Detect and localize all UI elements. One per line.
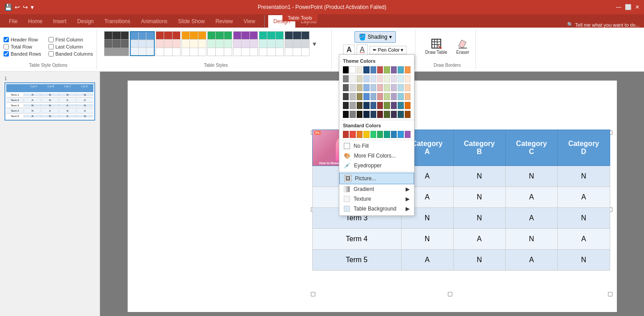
std-color-4[interactable] xyxy=(363,131,369,138)
banded-rows-check[interactable]: Banded Rows xyxy=(4,51,41,57)
shade-3-2[interactable] xyxy=(350,93,355,100)
redo-icon[interactable]: ↪ xyxy=(23,4,28,11)
tab-insert[interactable]: Insert xyxy=(48,15,72,28)
shade-3-3[interactable] xyxy=(357,93,362,100)
table-style-5[interactable] xyxy=(207,31,232,56)
last-column-checkbox[interactable] xyxy=(48,44,54,49)
header-row-checkbox[interactable] xyxy=(4,37,9,42)
shade-1-6[interactable] xyxy=(377,75,383,82)
shade-2-9[interactable] xyxy=(398,84,403,91)
table-style-3[interactable] xyxy=(156,31,181,56)
handle-bottom-left[interactable] xyxy=(311,292,315,296)
tab-slideshow[interactable]: Slide Show xyxy=(173,15,210,28)
std-color-3[interactable] xyxy=(357,131,362,138)
shade-3-6[interactable] xyxy=(377,93,383,100)
color-green[interactable] xyxy=(384,66,390,73)
header-row-check[interactable]: Header Row xyxy=(4,37,41,42)
table-style-1[interactable] xyxy=(104,31,129,56)
picture-item[interactable]: 🖼 Picture... xyxy=(339,173,414,184)
shade-5-3[interactable] xyxy=(357,111,362,118)
shade-2-8[interactable] xyxy=(391,84,397,91)
tab-transitions[interactable]: Transitions xyxy=(99,15,136,28)
more-fill-colors-item[interactable]: 🎨 More Fill Colors... xyxy=(339,151,414,161)
table-style-8[interactable] xyxy=(285,31,310,56)
color-purple[interactable] xyxy=(391,66,397,73)
table-style-more[interactable]: ▾ xyxy=(310,31,318,56)
tab-view[interactable]: View xyxy=(238,15,261,28)
shade-4-3[interactable] xyxy=(357,102,362,109)
shade-1-3[interactable] xyxy=(357,75,362,82)
shade-2-1[interactable] xyxy=(343,84,349,91)
undo-icon[interactable]: ↩ xyxy=(15,4,20,11)
std-color-5[interactable] xyxy=(370,131,376,138)
shade-2-3[interactable] xyxy=(357,84,362,91)
color-black[interactable] xyxy=(343,66,349,73)
texture-item[interactable]: Texture ▶ xyxy=(339,194,414,204)
shade-3-1[interactable] xyxy=(343,93,349,100)
std-color-2[interactable] xyxy=(350,131,355,138)
std-color-8[interactable] xyxy=(391,131,397,138)
shade-1-9[interactable] xyxy=(398,75,403,82)
color-teal[interactable] xyxy=(398,66,403,73)
shade-5-6[interactable] xyxy=(377,111,383,118)
table-style-6[interactable] xyxy=(233,31,258,56)
table-style-2[interactable] xyxy=(130,31,155,56)
shade-1-8[interactable] xyxy=(391,75,397,82)
shade-5-1[interactable] xyxy=(343,111,349,118)
shade-1-1[interactable] xyxy=(343,75,349,82)
no-fill-item[interactable]: No Fill xyxy=(339,141,414,151)
shade-1-10[interactable] xyxy=(405,75,411,82)
shade-5-10[interactable] xyxy=(405,111,411,118)
customize-icon[interactable]: ▾ xyxy=(31,4,34,11)
draw-table-button[interactable]: Draw Table xyxy=(423,37,450,56)
shade-4-4[interactable] xyxy=(363,102,369,109)
table-style-7[interactable] xyxy=(259,31,284,56)
total-row-checkbox[interactable] xyxy=(4,44,9,49)
shade-2-4[interactable] xyxy=(363,84,369,91)
std-color-1[interactable] xyxy=(343,131,349,138)
shade-2-5[interactable] xyxy=(370,84,376,91)
tell-me-box[interactable]: 🔍 Tell me what you want to do... xyxy=(567,22,644,28)
shade-5-5[interactable] xyxy=(370,111,376,118)
shade-3-5[interactable] xyxy=(370,93,376,100)
total-row-check[interactable]: Total Row xyxy=(4,44,41,49)
shade-2-2[interactable] xyxy=(350,84,355,91)
shade-4-10[interactable] xyxy=(405,102,411,109)
save-icon[interactable]: 💾 xyxy=(4,4,12,11)
minimize-icon[interactable]: — xyxy=(616,4,621,10)
shade-3-7[interactable] xyxy=(384,93,390,100)
first-column-checkbox[interactable] xyxy=(48,37,54,42)
shading-button[interactable]: 🪣 Shading ▾ xyxy=(354,31,396,43)
shade-4-1[interactable] xyxy=(343,102,349,109)
text-style-A[interactable]: A xyxy=(343,45,355,55)
shade-2-6[interactable] xyxy=(377,84,383,91)
shade-4-2[interactable] xyxy=(350,102,355,109)
shade-5-8[interactable] xyxy=(391,111,397,118)
shade-1-7[interactable] xyxy=(384,75,390,82)
handle-bottom-right[interactable] xyxy=(608,292,612,296)
banded-columns-checkbox[interactable] xyxy=(48,51,54,57)
shade-5-7[interactable] xyxy=(384,111,390,118)
shade-4-9[interactable] xyxy=(398,102,403,109)
tab-review[interactable]: Review xyxy=(210,15,238,28)
shade-5-4[interactable] xyxy=(363,111,369,118)
pen-color-button[interactable]: ✒ Pen Color ▾ xyxy=(370,46,407,54)
std-color-6[interactable] xyxy=(377,131,383,138)
tab-animations[interactable]: Animations xyxy=(136,15,173,28)
color-cream[interactable] xyxy=(357,66,362,73)
std-color-9[interactable] xyxy=(398,131,403,138)
slide-thumbnail[interactable]: Cat A Cat B Cat C Cat D Term 1 A N N N T… xyxy=(4,82,95,121)
shade-4-5[interactable] xyxy=(370,102,376,109)
shade-3-8[interactable] xyxy=(391,93,397,100)
color-navy[interactable] xyxy=(363,66,369,73)
handle-bottom-mid[interactable] xyxy=(448,292,452,296)
color-red[interactable] xyxy=(377,66,383,73)
restore-icon[interactable]: ⬜ xyxy=(625,4,632,10)
shade-4-8[interactable] xyxy=(391,102,397,109)
table-style-4[interactable] xyxy=(181,31,206,56)
shade-5-2[interactable] xyxy=(350,111,355,118)
banded-columns-check[interactable]: Banded Columns xyxy=(48,51,93,57)
shade-3-4[interactable] xyxy=(363,93,369,100)
last-column-check[interactable]: Last Column xyxy=(48,44,93,49)
table-background-item[interactable]: Table Background ▶ xyxy=(339,204,414,214)
